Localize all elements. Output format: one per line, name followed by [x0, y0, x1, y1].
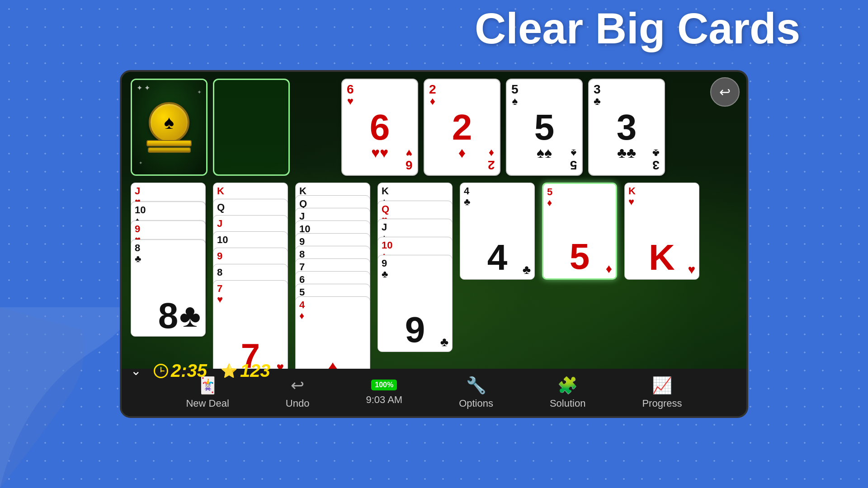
card-4-clubs[interactable]: 4♣ 4 ♣	[460, 183, 535, 280]
card-suit: ♥	[347, 96, 354, 107]
card-5-diamonds[interactable]: 5♦ 5 ♦	[542, 183, 617, 280]
card-center-rank: 2	[452, 107, 472, 147]
time-label: 9:03 AM	[366, 394, 402, 406]
card-rank: 3	[594, 83, 601, 96]
column-6: 5♦ 5 ♦	[542, 183, 619, 280]
card-suit: ♠	[512, 96, 518, 107]
percent-badge: 100%	[371, 380, 397, 390]
card-center-rank: 5	[534, 107, 555, 147]
card-suit: ♣	[594, 96, 601, 107]
solution-button[interactable]: 🧩 Solution	[550, 376, 586, 409]
column-4: K♠ Q♥ J♠ 10♦ 9♣ 9 ♣	[377, 183, 454, 354]
column-7: K♥ K ♥	[624, 183, 701, 280]
progress-label: Progress	[642, 398, 682, 409]
background-curve	[0, 307, 136, 488]
time-display: 100% 9:03 AM	[366, 380, 402, 406]
options-label: Options	[459, 398, 493, 409]
card-center-suit: ♠♠	[537, 145, 552, 161]
score-display: 123	[240, 361, 270, 381]
card-8-clubs[interactable]: 8♣ ♣ 8	[131, 239, 206, 337]
page-title: Clear Big Cards	[407, 5, 868, 52]
card-center-rank: 6	[370, 107, 390, 147]
timer-display: 2:35	[171, 361, 207, 381]
undo-button[interactable]: ↩ Undo	[286, 376, 310, 409]
options-button[interactable]: 🔧 Options	[459, 376, 493, 409]
card-center-rank: 3	[617, 107, 637, 147]
card-deck[interactable]: ♠ ✦ ✦ ✦ ✦	[131, 79, 208, 176]
card-k-hearts[interactable]: K♥ K ♥	[624, 183, 699, 280]
new-deal-label: New Deal	[186, 398, 229, 409]
undo-top-button[interactable]: ↩	[710, 77, 740, 107]
progress-button[interactable]: 📈 Progress	[642, 376, 682, 409]
empty-slot[interactable]	[213, 79, 290, 176]
card-6-hearts[interactable]: 6 ♥ 6 ♥♥ 6 ♥	[341, 79, 418, 176]
game-container: ↩ ♠ ✦ ✦ ✦ ✦	[120, 70, 748, 418]
puzzle-icon: 🧩	[557, 376, 578, 395]
column-1: J♥ 10♠ 9♥ 8♣ ♣ 8	[131, 183, 208, 323]
column-2: K♦ Q♠ J♦ 10♣ 9♦ 8♠ 7♥	[213, 183, 290, 363]
card-rank: 6	[347, 83, 354, 96]
top-row: ♠ ✦ ✦ ✦ ✦ 6 ♥ 6	[131, 79, 737, 176]
card-center-suit: ♦	[458, 145, 466, 161]
solution-label: Solution	[550, 398, 586, 409]
progress-icon: 📈	[652, 376, 672, 395]
card-5-spades[interactable]: 5 ♠ 5 ♠♠ 5 ♠	[506, 79, 583, 176]
card-rank: 2	[429, 83, 436, 96]
chevron-down-icon[interactable]: ⌄	[131, 363, 141, 378]
card-center-suit: ♥♥	[371, 145, 388, 161]
card-area: ♠ ✦ ✦ ✦ ✦ 6 ♥ 6	[122, 72, 746, 385]
undo-icon: ↩	[291, 376, 304, 395]
column-5: 4♣ 4 ♣	[460, 183, 537, 280]
wrench-icon: 🔧	[466, 376, 486, 395]
undo-label: Undo	[286, 398, 310, 409]
card-9-clubs[interactable]: 9♣ 9 ♣	[377, 255, 453, 352]
star-icon: ⭐	[221, 363, 237, 379]
card-center-suit: ♣♣	[617, 145, 636, 161]
timer-area: ⌄ 2:35 ⭐ 123	[131, 361, 270, 381]
card-rank: 5	[511, 83, 519, 96]
card-3-clubs[interactable]: 3 ♣ 3 ♣♣ 3 ♣	[588, 79, 665, 176]
card-2-diamonds[interactable]: 2 ♦ 2 ♦ 2 ♦	[424, 79, 500, 176]
clock-icon	[154, 364, 168, 378]
card-suit: ♦	[430, 96, 435, 107]
